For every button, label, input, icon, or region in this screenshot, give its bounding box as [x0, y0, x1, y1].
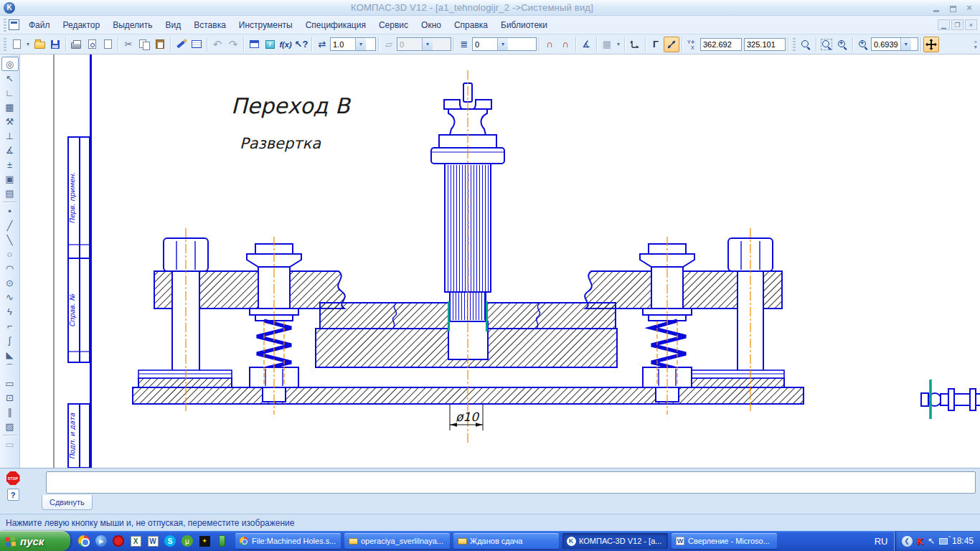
current-step-combo[interactable]: 1.0 ▾: [330, 37, 376, 51]
panel-help-button[interactable]: ?: [7, 489, 19, 501]
chamfer-tool[interactable]: ◣: [1, 347, 19, 362]
zoom-scale-button[interactable]: +: [855, 37, 871, 52]
open-button[interactable]: [32, 37, 47, 52]
tray-collapse-icon[interactable]: ❮: [902, 536, 913, 547]
paste-button[interactable]: [152, 37, 168, 52]
chrome-icon[interactable]: [77, 534, 91, 548]
measure2-tool[interactable]: ∡: [1, 143, 19, 157]
zoom-in-button[interactable]: +: [834, 37, 850, 52]
menu-select[interactable]: Выделить: [106, 20, 159, 30]
grid-button[interactable]: ▦: [599, 37, 615, 52]
snap-local-button[interactable]: ∩: [557, 37, 573, 52]
hatch-tool[interactable]: ▨: [1, 419, 19, 433]
language-indicator[interactable]: RU: [869, 536, 894, 547]
measure-tool[interactable]: ◎: [1, 57, 19, 71]
contour-tool[interactable]: ⊡: [1, 390, 19, 405]
drawing-canvas[interactable]: Перв. примен. Справ. № Подп. и дата Пере…: [20, 55, 980, 468]
thebat-icon[interactable]: ✦: [197, 534, 212, 548]
menu-libraries[interactable]: Библиотеки: [494, 20, 554, 30]
mdi-close-button[interactable]: ×: [965, 19, 977, 30]
circle-tool[interactable]: ○: [1, 247, 19, 261]
media-player-icon[interactable]: ▶: [94, 534, 108, 548]
undo-button[interactable]: ↶: [209, 37, 225, 52]
tab-move[interactable]: Сдвинуть: [42, 495, 93, 510]
menu-insert[interactable]: Вставка: [187, 20, 232, 30]
snap-points-button[interactable]: [664, 37, 679, 52]
send-task-button[interactable]: [100, 37, 116, 52]
taskbar-item-operaciya-folder[interactable]: operaciya_sverlilnaya...: [344, 533, 450, 549]
zoom-area-button[interactable]: [798, 37, 814, 52]
aimp-icon[interactable]: [215, 534, 229, 548]
toolbar-overflow-button[interactable]: » ▾: [974, 39, 979, 50]
segment-tool[interactable]: ╲: [1, 232, 19, 247]
copy-button[interactable]: [136, 37, 152, 52]
new-window-button[interactable]: [246, 37, 262, 52]
rectangle-tool[interactable]: ▭: [1, 376, 19, 390]
toolbar-grip[interactable]: [4, 38, 6, 51]
library-manager-button[interactable]: ?: [262, 37, 278, 52]
cut-button[interactable]: ✂: [121, 37, 136, 52]
minimize-button[interactable]: [929, 2, 943, 14]
new-document-dropdown[interactable]: ▾: [24, 37, 32, 52]
angle-snap-button[interactable]: ∡: [578, 37, 594, 52]
restore-button[interactable]: [946, 2, 960, 14]
redo-button[interactable]: ↷: [225, 37, 241, 52]
step-dropdown-icon[interactable]: ▾: [355, 38, 366, 50]
excel-icon[interactable]: X: [128, 534, 143, 548]
select-filter-tool[interactable]: ±: [1, 157, 19, 171]
ortho-button[interactable]: Γ: [648, 37, 664, 52]
parametric-tool[interactable]: ⊥: [1, 128, 19, 143]
menu-help[interactable]: Справка: [448, 20, 494, 30]
grid-dropdown[interactable]: ▾: [615, 37, 622, 52]
menu-view[interactable]: Вид: [159, 20, 188, 30]
menu-editor[interactable]: Редактор: [57, 20, 107, 30]
mouse-tray-icon[interactable]: ↖: [928, 536, 935, 546]
opera-icon[interactable]: [111, 534, 126, 548]
close-button[interactable]: ×: [962, 2, 976, 14]
spline-tool[interactable]: ∫: [1, 333, 19, 347]
select-tool[interactable]: ↖: [1, 71, 19, 85]
skype-icon[interactable]: S: [163, 534, 177, 548]
kompas-app-icon[interactable]: K: [4, 2, 15, 14]
mdi-restore-button[interactable]: ❐: [951, 19, 963, 30]
property-bar-message-area[interactable]: [46, 471, 976, 494]
local-cs-button[interactable]: [627, 37, 643, 52]
curve-tool[interactable]: ∿: [1, 290, 19, 304]
arc-tool[interactable]: ◠: [1, 261, 19, 276]
mdi-minimize-button[interactable]: ▁: [938, 19, 950, 30]
save-button[interactable]: [47, 37, 63, 52]
spec-view-button[interactable]: [189, 37, 204, 52]
view-tool[interactable]: ▣: [1, 171, 19, 186]
layers-icon[interactable]: ≣: [456, 37, 472, 52]
snap-global-button[interactable]: ∩: [542, 37, 557, 52]
layer-combo[interactable]: 0 ▾: [472, 37, 537, 51]
fillet-tool[interactable]: ⌒: [1, 362, 19, 376]
menu-file[interactable]: Файл: [22, 20, 57, 30]
kaspersky-tray-icon[interactable]: K: [917, 536, 923, 547]
menu-window[interactable]: Окно: [415, 20, 448, 30]
zoombar-grip[interactable]: [793, 38, 796, 51]
dimension-tool[interactable]: ∟: [1, 85, 19, 100]
word-icon[interactable]: W: [146, 534, 160, 548]
print-button[interactable]: [68, 37, 84, 52]
document-menu-icon[interactable]: [9, 19, 19, 30]
coordinate-y-field[interactable]: 362.692: [700, 38, 742, 51]
polyline-tool[interactable]: ⌐: [1, 319, 19, 333]
equidistant-tool[interactable]: ϟ: [1, 304, 19, 319]
variables-button[interactable]: f(x): [278, 37, 293, 52]
network-tray-icon[interactable]: [939, 538, 948, 545]
ellipse-tool[interactable]: ⊙: [1, 276, 19, 290]
copy-properties-button[interactable]: [173, 37, 189, 52]
taskbar-clock[interactable]: 18:45: [952, 536, 974, 546]
edit-tool[interactable]: ⚒: [1, 114, 19, 128]
designation-tool[interactable]: ▦: [1, 100, 19, 114]
menu-tools[interactable]: Инструменты: [232, 20, 299, 30]
start-button[interactable]: пуск: [0, 531, 70, 551]
menubar-grip[interactable]: [4, 19, 6, 32]
taskbar-item-zhdanov-folder[interactable]: Жданов сдача: [453, 533, 559, 549]
zoom-frame-button[interactable]: [819, 37, 834, 52]
what-is-this-button[interactable]: ↖?: [293, 37, 309, 52]
new-document-button[interactable]: [9, 37, 24, 52]
stop-button[interactable]: STOP: [6, 471, 20, 485]
pan-button[interactable]: [923, 37, 939, 52]
